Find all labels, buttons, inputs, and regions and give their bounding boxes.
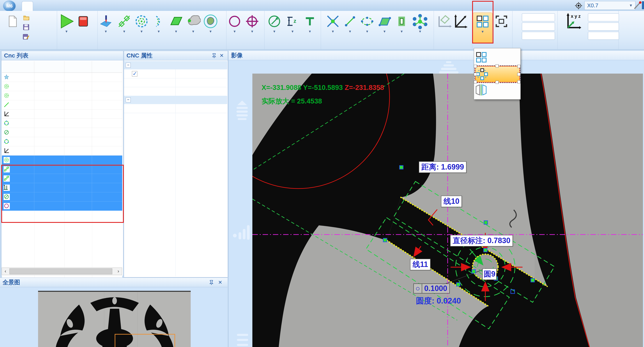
property-section-其他[interactable]: − (124, 96, 227, 104)
menu-tab-高级[interactable] (45, 1, 56, 11)
cell-name (2, 73, 34, 82)
zoom-level-select[interactable]: X0.7 ▼ (584, 1, 636, 10)
panorama-image[interactable] (38, 291, 191, 347)
程序-停止-button[interactable] (74, 12, 93, 43)
new-file-button[interactable] (4, 12, 21, 43)
property-value[interactable] (176, 78, 229, 87)
scroll-left-icon[interactable]: ‹ (2, 268, 9, 274)
chevron-down-icon: ▼ (225, 30, 244, 33)
property-value[interactable] (176, 70, 229, 78)
menu-item-镜像[interactable] (475, 82, 519, 98)
构造-构造-button[interactable]: ▼ (410, 12, 430, 43)
title-bar: M6 X0.7 ▼ (0, 0, 644, 11)
table-row[interactable] (2, 100, 122, 110)
column-header-构造[interactable] (92, 61, 122, 73)
要素-点-button[interactable]: ▼ (96, 12, 116, 43)
构造-槽-button[interactable]: ▼ (392, 12, 411, 43)
cell-type (34, 156, 64, 165)
chevron-down-icon: ▼ (201, 30, 220, 33)
menu-tab-工具箱[interactable] (91, 1, 102, 11)
scroll-right-icon[interactable]: › (115, 268, 122, 274)
构造-圆-button[interactable]: ▼ (358, 12, 377, 43)
chevron-down-icon: ▼ (323, 30, 342, 33)
构造-点-button[interactable]: ▼ (323, 12, 342, 43)
构造-面-button[interactable]: ▼ (375, 12, 394, 43)
坐标系-坐标-button[interactable] (450, 12, 470, 43)
table-row[interactable] (2, 82, 122, 91)
要素-面-button[interactable]: ▼ (166, 12, 186, 43)
cnc-list-hscrollbar[interactable]: ‹ › (2, 268, 122, 275)
要素-线-button[interactable]: ▼ (114, 12, 134, 43)
menu-tab-常用[interactable] (22, 1, 33, 11)
collapse-icon[interactable]: − (126, 98, 131, 102)
menu-item-环形阵列[interactable] (475, 66, 520, 82)
app-logo[interactable]: M6 (3, 0, 16, 12)
checkbox-checked-icon[interactable] (132, 71, 137, 76)
menu-tab-硬件[interactable] (68, 1, 78, 11)
position-tolerance-icon (246, 12, 259, 30)
property-row-坐标[interactable] (124, 78, 227, 87)
property-row-名称[interactable] (124, 70, 227, 78)
标注-距离-button[interactable]: z▼ (283, 12, 302, 43)
table-row[interactable] (2, 137, 122, 146)
sector-circle-icon (4, 120, 10, 126)
menu-tab-流程控制[interactable] (188, 1, 199, 11)
column-header-类型[interactable] (34, 61, 64, 73)
形位公差-形状-button[interactable]: ▼ (225, 12, 244, 43)
menu-item-矩形阵列[interactable] (475, 50, 519, 65)
menu-tab-传感[interactable] (223, 1, 234, 11)
table-row[interactable] (2, 128, 122, 137)
打开-button[interactable] (22, 13, 58, 22)
table-row[interactable] (2, 146, 122, 156)
scrollbar-thumb[interactable] (10, 268, 112, 274)
构造-线-button[interactable]: ▼ (340, 12, 360, 43)
要素-轮廓-button[interactable]: ▼ (184, 12, 203, 43)
menu-tab-报表[interactable] (166, 1, 176, 11)
pin-icon[interactable] (211, 53, 217, 58)
column-header-名称[interactable] (2, 61, 34, 73)
menu-tab-视图[interactable] (120, 1, 130, 11)
cell-type (34, 128, 64, 137)
stage-tower-icon[interactable] (438, 60, 459, 74)
property-row-锁定公差[interactable] (124, 104, 227, 113)
panorama-title: 全景图 (2, 278, 20, 286)
table-row[interactable] (2, 110, 122, 119)
tool-对焦-button[interactable] (492, 12, 511, 43)
menu-bars-icon[interactable] (236, 334, 250, 347)
quick-locate-button[interactable]: x y z (561, 12, 585, 43)
pin-icon[interactable] (208, 280, 214, 285)
要素-弧-button[interactable]: ▼ (149, 12, 168, 43)
table-row[interactable] (2, 156, 122, 165)
chevron-down-icon: ▼ (340, 30, 360, 33)
pen-icon[interactable] (633, 1, 642, 10)
property-section-ID & Coord[interactable]: − (124, 61, 227, 70)
close-icon[interactable]: ✕ (217, 280, 223, 285)
标注-尺寸-button[interactable]: ▼ (265, 12, 284, 43)
property-value[interactable] (176, 87, 229, 96)
coordinate-value (588, 22, 619, 30)
形位公差-位置-button[interactable]: ▼ (242, 12, 262, 43)
另存为-button[interactable] (22, 32, 58, 42)
标注-工具-button[interactable]: ▼ (300, 12, 320, 43)
menu-tab-设置[interactable] (142, 1, 153, 11)
target-icon[interactable] (574, 2, 582, 10)
camera-image[interactable]: X=-331.9088 Y=-510.5893 Z=-231.8358 实际放大… (252, 74, 643, 347)
保存-button[interactable] (22, 22, 58, 32)
要素-缺陷-button[interactable]: ▼ (201, 12, 220, 43)
layer-list-icon[interactable] (235, 100, 250, 120)
light-level-icon[interactable] (233, 224, 251, 241)
collapse-icon[interactable]: − (126, 63, 131, 68)
close-icon[interactable]: ✕ (218, 53, 225, 58)
要素-圆-button[interactable]: ▼ (132, 12, 151, 43)
selection-handle (517, 80, 520, 84)
window-menu-icon[interactable] (642, 1, 644, 9)
column-header-坐标[interactable] (64, 61, 92, 73)
table-row[interactable] (2, 119, 122, 128)
table-row[interactable] (2, 73, 122, 82)
table-row[interactable] (2, 91, 122, 100)
ribbon-group-程序: ▼ (57, 11, 98, 49)
程序-运行-button[interactable]: ▼ (57, 12, 76, 43)
property-row-组号[interactable] (124, 87, 227, 96)
cell-name (2, 156, 34, 165)
property-value[interactable] (176, 104, 229, 113)
